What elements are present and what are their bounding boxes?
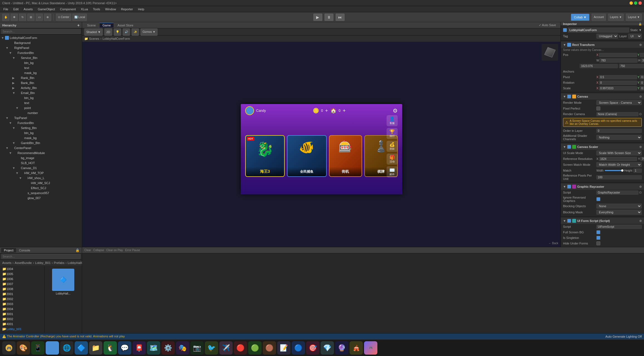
folder-1005[interactable]: 📁1005 <box>0 271 44 276</box>
taskbar-icon-0[interactable]: 🎮 <box>2 341 16 355</box>
settings-gear[interactable]: ⚙ <box>393 107 398 114</box>
tree-item-gambbtn[interactable]: ▼GambBtn_Btn <box>0 140 82 145</box>
folder-3002[interactable]: 📁3002 <box>0 317 44 322</box>
screen-match-dropdown[interactable]: Match Width Or Height <box>596 162 642 167</box>
project-lock[interactable]: 🔒 <box>74 248 81 252</box>
close-btn[interactable] <box>638 1 642 5</box>
taskbar-icon-8[interactable]: 📮 <box>132 341 146 355</box>
hierarchy-add-btn[interactable]: + <box>77 23 80 28</box>
render-camera-pick[interactable]: ⊙ <box>639 112 642 116</box>
tree-item-hw-shou-l[interactable]: ▼HW_shou_L <box>0 175 82 181</box>
folder-lobby-b01[interactable]: 📂Lobby_b01 <box>0 327 44 332</box>
menu-tools[interactable]: Tools <box>91 7 102 11</box>
taskbar-icon-19[interactable]: 🔵 <box>292 341 305 355</box>
sidebar-activity[interactable]: 🎁 活动 <box>387 154 398 165</box>
singleton-checkbox[interactable] <box>596 236 600 240</box>
tab-scene[interactable]: Scene <box>84 23 99 28</box>
folder-2004[interactable]: 📁2004 <box>0 306 44 312</box>
ignore-reversed-checkbox[interactable] <box>596 197 600 201</box>
back-btn[interactable]: ← Back <box>549 242 558 245</box>
folder-1006[interactable]: 📁1006 <box>0 276 44 281</box>
tab-asset-store[interactable]: Asset Store <box>115 23 136 28</box>
canvas-header[interactable]: ▼ Canvas ⚙ <box>561 93 644 100</box>
pivot-x-input[interactable] <box>599 75 637 79</box>
transform-tool-move[interactable]: ✥ <box>11 14 18 21</box>
breadcrumb-lobbyhall[interactable]: LobbyHallCoreForm <box>102 37 130 40</box>
rect-transform-header[interactable]: ▼ Rect Transform ⚙ <box>561 42 644 48</box>
taskbar-icon-12[interactable]: 📷 <box>190 341 204 355</box>
rot-y-input[interactable] <box>640 81 644 85</box>
taskbar-icon-15[interactable]: 🔴 <box>234 341 247 355</box>
transform-tool-hand[interactable]: ✋ <box>2 14 9 21</box>
tree-item-effect-scj[interactable]: Effect_SCJ <box>0 186 82 191</box>
folder-4001[interactable]: 📁4001 <box>0 322 44 327</box>
tab-project[interactable]: Project <box>1 248 16 253</box>
2d-btn[interactable]: 2D <box>104 28 112 36</box>
tree-item-text-email[interactable]: text <box>0 100 82 105</box>
tree-item-slb-hot[interactable]: SLB_HOT <box>0 160 82 165</box>
taskbar-icon-14[interactable]: ✈️ <box>219 341 233 355</box>
minimize-btn[interactable] <box>630 1 633 5</box>
canvas-settings[interactable]: ⚙ <box>639 95 642 98</box>
menu-component[interactable]: Component <box>58 7 78 11</box>
tab-game[interactable]: Game <box>100 23 114 28</box>
taskbar-icon-1[interactable]: 🎨 <box>17 341 30 355</box>
taskbar-icon-2[interactable]: 📱 <box>31 341 45 355</box>
sidebar-bank[interactable]: 💰 存款 <box>387 141 398 152</box>
clear-btn[interactable]: Clear <box>83 249 92 252</box>
gizmos-btn[interactable]: Gizmos ▼ <box>141 28 158 36</box>
maximize-btn[interactable] <box>634 1 637 5</box>
menu-window[interactable]: Window <box>103 7 118 11</box>
script-input[interactable] <box>596 191 638 195</box>
canvas-scaler-header[interactable]: ▼ Canvas Scaler ⚙ <box>561 144 644 150</box>
play-btn[interactable]: ▶ <box>313 14 322 21</box>
graphic-raycaster-header[interactable]: ▼ Graphic Raycaster ⚙ <box>561 184 644 190</box>
audio-btn[interactable]: 🔊 <box>123 28 130 36</box>
lighting-btn[interactable]: 💡 <box>114 28 121 36</box>
collab-btn[interactable]: Collab ▼ <box>571 14 589 21</box>
taskbar-icon-22[interactable]: 🔮 <box>335 341 348 355</box>
transform-tool-rect[interactable]: ▭ <box>36 14 43 21</box>
layout-btn[interactable]: Layout ▼ <box>626 14 642 21</box>
pivot-center-btn[interactable]: ⊙ Center <box>56 14 71 21</box>
canvas-scaler-toggle[interactable] <box>567 145 571 149</box>
pivot-y-input[interactable] <box>640 75 644 79</box>
tree-item-email-btn[interactable]: ▼ Email_Btn <box>0 90 82 95</box>
account-btn[interactable]: Account <box>592 14 606 21</box>
tab-console[interactable]: Console <box>16 248 33 253</box>
menu-file[interactable]: File <box>1 7 11 11</box>
full-width-input[interactable] <box>580 64 618 68</box>
shaded-dropdown[interactable]: Shaded ▼ <box>84 28 103 36</box>
taskbar-icon-3[interactable] <box>46 341 59 355</box>
tree-item-s-sequence[interactable]: s_sequence957 <box>0 191 82 196</box>
render-camera-input[interactable] <box>596 112 638 116</box>
match-slider-track[interactable] <box>605 170 623 171</box>
menu-reporter[interactable]: Reporter <box>119 7 135 11</box>
shader-channels-dropdown[interactable]: Nothing <box>596 135 642 140</box>
tree-item-text-1[interactable]: text <box>0 65 82 70</box>
tree-item-point[interactable]: ▼point <box>0 105 82 110</box>
pause-btn[interactable]: ⏸ <box>325 14 333 21</box>
transform-tool-rotate[interactable]: ↻ <box>19 14 26 21</box>
tree-item-centerpanel[interactable]: ▼CenterPanel <box>0 145 82 150</box>
pixel-perfect-checkbox[interactable] <box>596 107 600 110</box>
tree-item-service-btn[interactable]: ▼ Service_Btn <box>0 55 82 60</box>
match-slider-thumb[interactable] <box>621 169 623 172</box>
tree-item-rank-btn[interactable]: ▶ Rank_Btn <box>0 75 82 80</box>
step-btn[interactable]: ⏭ <box>336 14 345 21</box>
taskbar-icon-chrome[interactable]: 🌐 <box>60 341 73 355</box>
tree-item-hw-hm-scj[interactable]: HW_HM_SCJ <box>0 181 82 186</box>
layers-btn[interactable]: Layers ▼ <box>608 14 624 21</box>
tree-item-bank-btn[interactable]: ▶ Bank_Btn <box>0 80 82 85</box>
active-toggle[interactable] <box>563 28 567 32</box>
asset-lobbyhall[interactable]: 🔷 LobbyHall... <box>46 268 81 296</box>
layer-dropdown[interactable]: UI <box>628 34 642 39</box>
folder-1008[interactable]: 📁1008 <box>0 286 44 291</box>
tree-item-rightpanel[interactable]: ▼ RightPanel <box>0 45 82 50</box>
tree-item-btn-bg-email[interactable]: btn_bg <box>0 95 82 100</box>
ref-pixels-input[interactable] <box>596 175 642 179</box>
taskbar-icon-24[interactable]: 🎮 <box>364 341 377 355</box>
transform-tool-all[interactable]: ⊕ <box>44 14 51 21</box>
menu-xlua[interactable]: XLua <box>78 7 90 11</box>
sidebar-service[interactable]: 👤 客服 <box>387 115 398 126</box>
